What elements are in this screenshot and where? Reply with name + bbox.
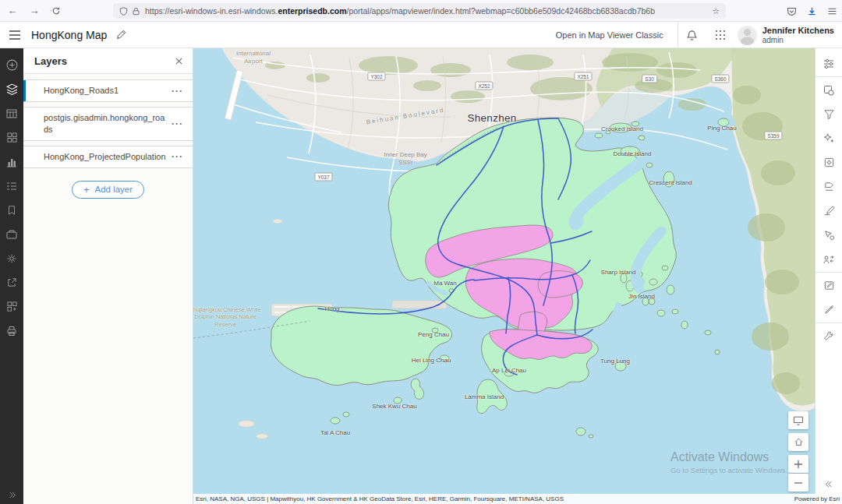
address-bar[interactable]: https://esri-windows-in.esri-windows.ent…	[113, 3, 726, 19]
legend-icon[interactable]	[0, 174, 23, 198]
charts-icon[interactable]	[0, 150, 23, 174]
expand-toolbar-icon[interactable]	[0, 491, 23, 499]
user-menu[interactable]: Jennifer Kitchens admin	[738, 26, 834, 45]
bookmarks-icon[interactable]	[0, 198, 23, 222]
layer-options-icon[interactable]	[168, 151, 186, 162]
layer-options-icon[interactable]	[168, 118, 186, 129]
layer-row-hongkong-roads1[interactable]: HongKong_Roads1	[23, 79, 193, 102]
aggregation-icon[interactable]	[815, 150, 842, 174]
browser-back-button[interactable]: ←	[3, 2, 22, 19]
user-name: Jennifer Kitchens	[762, 26, 834, 35]
toolbar-divider	[815, 76, 842, 77]
fields-icon[interactable]	[815, 223, 842, 247]
url-text: https://esri-windows-in.esri-windows.ent…	[145, 6, 707, 16]
basemap-graphic	[193, 48, 815, 504]
layers-panel-title: Layers	[34, 55, 67, 67]
tables-icon[interactable]	[0, 101, 23, 125]
pocket-icon[interactable]	[787, 6, 797, 16]
map-attribution: Esri, NASA, NGA, USGS | Mapwithyou, HK G…	[196, 495, 564, 502]
popups-icon[interactable]	[815, 199, 842, 223]
lock-icon[interactable]	[132, 7, 140, 16]
powered-by-esri: Powered by Esri	[794, 495, 840, 502]
layer-options-icon[interactable]	[168, 86, 186, 97]
contents-toolbar	[0, 48, 23, 504]
print-icon[interactable]	[0, 319, 23, 343]
toolbar-divider	[815, 322, 842, 323]
open-in-classic-link[interactable]: Open in Map Viewer Classic	[556, 30, 663, 40]
home-button[interactable]	[788, 433, 808, 451]
minus-icon	[794, 478, 803, 488]
collapse-toolbar-icon[interactable]	[815, 480, 842, 488]
reload-icon	[51, 6, 61, 16]
map-canvas[interactable]: International Airport Shenzhen Beihuan B…	[193, 48, 815, 504]
browser-reload-button[interactable]	[47, 2, 65, 19]
create-app-icon[interactable]	[0, 294, 23, 319]
save-icon[interactable]	[0, 222, 23, 246]
layers-panel: Layers HongKong_Roads1 postgis.gisadmin.…	[23, 48, 193, 504]
properties-sliders-icon[interactable]	[815, 51, 842, 76]
add-layer-button[interactable]: + Add layer	[72, 181, 144, 199]
app-header: HongKong Map Open in Map Viewer Classic …	[0, 22, 842, 48]
layer-name: HongKong_Roads1	[44, 85, 168, 97]
notifications-bell-icon[interactable]	[678, 30, 706, 41]
settings-toolbar	[815, 48, 842, 504]
basemap-icon[interactable]	[0, 125, 23, 150]
page-title: HongKong Map	[31, 29, 107, 41]
downloads-icon[interactable]	[807, 6, 817, 16]
attribution-bar: Esri, NASA, NGA, USGS | Mapwithyou, HK G…	[193, 494, 842, 504]
share-icon[interactable]	[0, 270, 23, 294]
close-panel-icon[interactable]	[175, 57, 183, 65]
map-properties-gear-icon[interactable]	[0, 246, 23, 270]
add-icon[interactable]	[0, 53, 23, 77]
user-role: admin	[762, 36, 834, 44]
browser-menu-icon[interactable]	[827, 6, 837, 16]
plus-icon: +	[83, 185, 90, 195]
toolbar-divider	[815, 272, 842, 273]
layer-name: postgis.gisadmin.hongkong_roads	[44, 112, 168, 136]
app-launcher-grid-icon[interactable]	[706, 30, 734, 41]
layer-row-postgis-roads[interactable]: postgis.gisadmin.hongkong_roads	[23, 107, 193, 141]
labels-icon[interactable]	[815, 174, 842, 199]
browser-toolbar: ← → https://esri-windows-in.esri-windows…	[0, 0, 842, 22]
home-icon	[794, 437, 804, 447]
edit-icon[interactable]	[815, 273, 842, 298]
shield-permissions-icon[interactable]	[119, 7, 128, 16]
monitor-icon	[793, 416, 804, 425]
layer-row-projected-population[interactable]: HongKong_ProjectedPopulation	[23, 146, 193, 168]
effects-icon[interactable]	[815, 126, 842, 150]
main-menu-icon[interactable]	[0, 30, 30, 41]
avatar	[738, 26, 757, 45]
browser-forward-button[interactable]: →	[25, 2, 44, 19]
bookmark-star-icon[interactable]: ☆	[712, 6, 720, 16]
filter-icon[interactable]	[815, 102, 842, 126]
layers-icon[interactable]	[0, 77, 23, 101]
zoom-in-button[interactable]	[788, 455, 808, 473]
zoom-out-button[interactable]	[788, 474, 808, 492]
sketch-icon[interactable]	[815, 298, 842, 322]
layer-name: HongKong_ProjectedPopulation	[44, 151, 168, 163]
sharing-icon[interactable]	[815, 247, 842, 271]
styles-icon[interactable]	[815, 78, 842, 102]
analysis-wrench-icon[interactable]	[815, 324, 842, 348]
edit-title-icon[interactable]	[116, 30, 126, 40]
screen-capture-button[interactable]	[788, 411, 808, 429]
plus-icon	[794, 460, 803, 469]
